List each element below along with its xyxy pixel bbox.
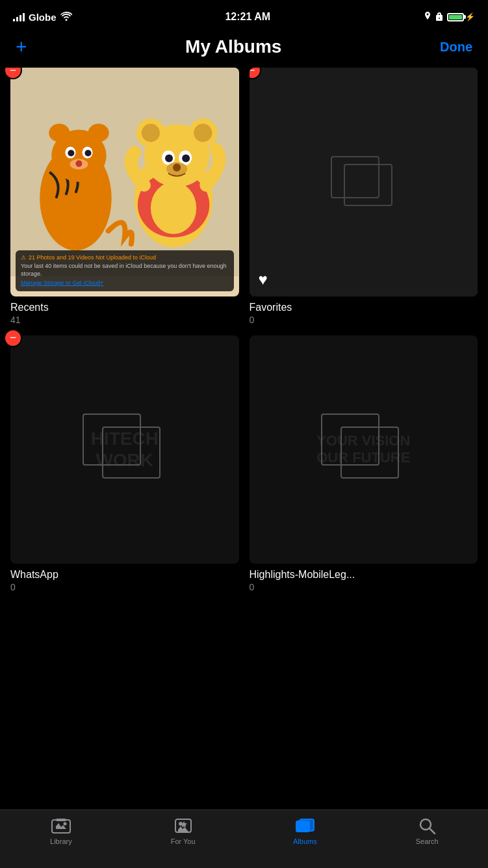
svg-point-23 — [182, 155, 190, 163]
albums-grid: ⚠ 21 Photos and 19 Videos Not Uploaded t… — [0, 68, 488, 592]
tab-for-you[interactable]: For You — [122, 817, 244, 845]
album-name-whatsapp: WhatsApp — [10, 569, 239, 581]
svg-point-22 — [165, 155, 173, 163]
notification-link[interactable]: Manage Storage or Get iCloud+ — [21, 280, 229, 287]
for-you-icon — [173, 817, 194, 835]
album-count-highlights: 0 — [250, 582, 478, 592]
tab-albums[interactable]: Albums — [244, 817, 366, 845]
album-item-recents[interactable]: ⚠ 21 Photos and 19 Videos Not Uploaded t… — [10, 68, 239, 325]
album-count-whatsapp: 0 — [10, 582, 239, 592]
placeholder-squares — [331, 156, 396, 208]
sq-front — [102, 427, 161, 479]
signal-bar-4 — [23, 13, 25, 21]
album-name-favorites: Favorites — [250, 302, 478, 313]
tab-search-label: Search — [416, 837, 439, 845]
svg-point-19 — [194, 124, 212, 142]
svg-rect-33 — [300, 819, 314, 831]
battery-indicator: ⚡ — [447, 12, 475, 21]
time-display: 12:21 AM — [225, 11, 270, 23]
add-album-button[interactable]: + — [16, 37, 27, 57]
notification-body: Your last 40 items could not be saved in… — [21, 263, 229, 278]
tab-albums-label: Albums — [293, 837, 317, 845]
page-title: My Albums — [185, 36, 281, 57]
tab-library-label: Library — [50, 837, 72, 845]
status-bar: Globe 12:21 AM ⚡ — [0, 0, 488, 31]
album-name-recents: Recents — [10, 302, 239, 313]
svg-point-9 — [75, 161, 82, 167]
placeholder-sq-front — [344, 164, 392, 206]
done-button[interactable]: Done — [440, 40, 472, 55]
album-item-favorites[interactable]: ♥ Favorites 0 — [250, 68, 478, 325]
icloud-notification: ⚠ 21 Photos and 19 Videos Not Uploaded t… — [16, 250, 234, 291]
tab-search[interactable]: Search — [366, 817, 488, 845]
charging-icon: ⚡ — [465, 12, 475, 21]
wifi-icon — [60, 12, 72, 23]
favorites-placeholder — [250, 68, 478, 296]
svg-point-25 — [173, 164, 181, 172]
carrier-label: Globe — [29, 12, 57, 23]
signal-bars — [13, 12, 25, 21]
signal-bar-2 — [16, 17, 18, 21]
library-icon — [51, 817, 71, 835]
header: + My Albums Done — [0, 31, 488, 68]
notification-title: ⚠ 21 Photos and 19 Videos Not Uploaded t… — [21, 254, 229, 262]
highlights-placeholder — [321, 414, 405, 485]
search-icon — [417, 817, 437, 835]
remove-whatsapp-button[interactable] — [4, 329, 22, 347]
whatsapp-placeholder — [83, 414, 167, 485]
favorites-thumbnail: ♥ — [250, 68, 478, 296]
recents-thumbnail: ⚠ 21 Photos and 19 Videos Not Uploaded t… — [10, 68, 239, 296]
heart-badge: ♥ — [259, 270, 268, 289]
tab-bar: Library For You Albums — [0, 809, 488, 868]
album-count-favorites: 0 — [250, 315, 478, 325]
whatsapp-thumbnail: HITECHWORK — [10, 335, 239, 564]
lock-icon — [435, 12, 443, 23]
highlights-thumbnail: YOUR VISIONOUR FUTURE — [250, 335, 478, 564]
album-item-whatsapp[interactable]: HITECHWORK WhatsApp 0 — [10, 335, 239, 593]
svg-point-10 — [49, 124, 70, 142]
signal-bar-3 — [19, 15, 21, 21]
svg-line-35 — [430, 828, 435, 834]
status-left: Globe — [13, 12, 72, 23]
albums-icon — [294, 817, 315, 835]
albums-scroll: ⚠ 21 Photos and 19 Videos Not Uploaded t… — [0, 68, 488, 809]
svg-point-14 — [151, 182, 196, 234]
album-count-recents: 41 — [10, 315, 239, 325]
svg-rect-27 — [56, 819, 66, 821]
album-name-highlights: Highlights-MobileLeg... — [250, 569, 478, 581]
svg-point-28 — [63, 822, 66, 826]
svg-rect-26 — [52, 820, 70, 833]
svg-point-11 — [88, 124, 109, 142]
svg-point-6 — [68, 150, 74, 157]
location-icon — [424, 12, 431, 23]
tab-for-you-label: For You — [171, 837, 196, 845]
status-right: ⚡ — [424, 12, 475, 23]
album-item-highlights[interactable]: YOUR VISIONOUR FUTURE Highlights-MobileL… — [250, 335, 478, 593]
svg-point-7 — [84, 150, 91, 157]
svg-point-18 — [142, 124, 160, 142]
sq-front-h — [340, 427, 399, 479]
tab-library[interactable]: Library — [0, 817, 122, 845]
signal-bar-1 — [13, 19, 15, 21]
